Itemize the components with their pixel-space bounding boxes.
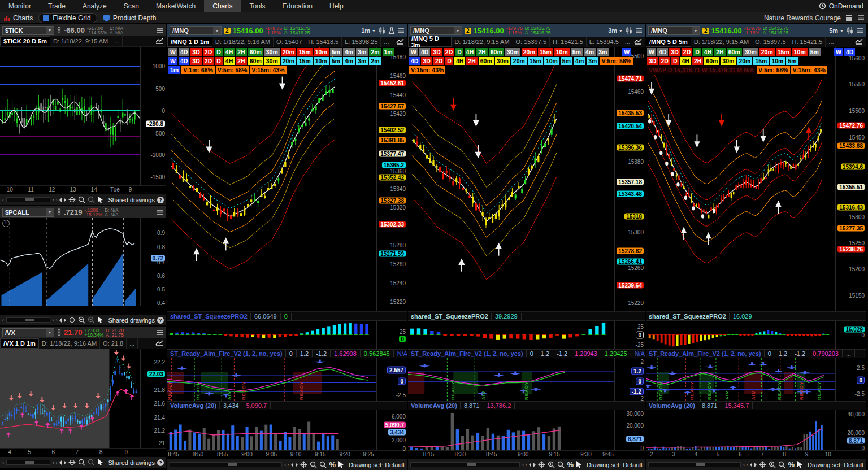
zoom-in-icon[interactable]	[310, 461, 317, 468]
menu-item-scan[interactable]: Scan	[115, 0, 147, 12]
timeframe-chip[interactable]: 60m	[727, 48, 742, 56]
scroll-arrows[interactable]: ‹ ›	[53, 317, 58, 323]
drawing-set-label[interactable]: Drawing set: Default	[346, 462, 405, 468]
zoom-out-icon[interactable]	[319, 461, 327, 468]
timeframe-chip[interactable]: D	[215, 57, 223, 65]
percent-scale-icon[interactable]: %	[329, 460, 336, 469]
timeframe-chip[interactable]: 20m	[511, 57, 527, 65]
price-axis[interactable]: 10005000-280.8-500-1000-1500	[140, 47, 166, 185]
scrollbar[interactable]	[6, 460, 50, 465]
timeframe-chip[interactable]: 4D	[419, 48, 430, 56]
timeframe-chip[interactable]: 3D	[190, 57, 201, 65]
price-axis[interactable]: 15600155501550015472.761545015433.681539…	[835, 47, 866, 311]
crosshair-icon[interactable]	[300, 461, 307, 468]
volume-pane[interactable]: 6,0005,090.73,4342,0000	[167, 410, 407, 451]
timeframe-chip[interactable]: 2H	[692, 57, 703, 65]
pan-icon[interactable]	[59, 460, 66, 465]
price-axis[interactable]: 154801546015452.611544015427.57154201540…	[376, 47, 407, 311]
squeeze-pane[interactable]: 16.0290	[646, 321, 866, 349]
scroll-arrows[interactable]: ‹ ›	[522, 462, 527, 468]
crosshair-icon[interactable]	[759, 461, 766, 468]
timeframe-chip[interactable]: 2H	[236, 48, 246, 56]
timeframe-chip[interactable]: W	[647, 48, 656, 56]
mini-plot-pane[interactable]: 0.90.80.720.70.60.50.4 !	[0, 218, 166, 306]
timeframe-chip[interactable]: 3D	[431, 48, 442, 56]
shared-drawings-label[interactable]: Shared drawings	[106, 459, 155, 466]
timeframe-chip[interactable]: 10m	[770, 57, 785, 65]
scroll-arrows[interactable]: ‹ ›	[743, 462, 748, 468]
timeframe-chip[interactable]: 2D	[203, 57, 214, 65]
chart-menu-icon[interactable]	[397, 28, 405, 34]
scrollbar[interactable]	[170, 462, 282, 467]
linked-group-badge[interactable]: 2	[224, 28, 231, 34]
timeframe-chip[interactable]: 4H	[224, 57, 235, 65]
timeframe-chip[interactable]: 5m	[330, 57, 342, 65]
volume-canvas[interactable]	[408, 410, 614, 450]
timeframe-chip[interactable]: 15m	[297, 57, 313, 65]
timeframe-chip[interactable]: 20m	[281, 57, 296, 65]
crosshair-icon[interactable]	[538, 461, 545, 468]
panel-menu[interactable]	[157, 27, 164, 33]
timeframe-chip[interactable]: 4D	[179, 48, 189, 56]
timeframe-chip[interactable]: V:1m: 68%	[181, 66, 215, 74]
chart-style-icon[interactable]	[633, 38, 645, 46]
indicator-name[interactable]: shared_ST_SqueezePRO2	[408, 313, 492, 320]
timeframe-chip[interactable]: V:5m: 58%	[757, 66, 790, 74]
menu-item-monitor[interactable]: Monitor	[0, 0, 40, 12]
squeeze-canvas[interactable]	[167, 321, 376, 349]
drawing-set-label[interactable]: Drawing set: Default	[584, 462, 643, 468]
raf-pane[interactable]: 21.20-1.2-2 READYAIMREADY	[408, 358, 645, 401]
scrollbar[interactable]	[6, 317, 50, 323]
chart-style-icon[interactable]	[155, 340, 166, 347]
timeframe-chip[interactable]: 5m	[786, 57, 798, 65]
crosshair-icon[interactable]	[68, 459, 76, 466]
scrollbar[interactable]	[648, 462, 741, 467]
timeframe-chip[interactable]: 60m	[704, 57, 719, 65]
timeframe-chip[interactable]: 2D	[682, 48, 692, 56]
timeframe-chip[interactable]: 2m	[369, 57, 381, 65]
indicator-name[interactable]: VolumeAvg (20)	[408, 402, 461, 409]
timeframe-chip[interactable]: 10m	[314, 57, 329, 65]
timeframe-chip[interactable]: W	[168, 48, 177, 56]
zoom-out-icon[interactable]	[88, 459, 95, 466]
timeframe-chip[interactable]: 3D	[190, 48, 201, 56]
zoom-in-icon[interactable]	[78, 196, 85, 203]
price-chart-canvas[interactable]	[646, 47, 835, 311]
pan-icon[interactable]	[529, 462, 536, 468]
cursor-icon[interactable]	[797, 461, 803, 468]
timeframe-chip[interactable]: W	[168, 57, 177, 65]
zoom-in-icon[interactable]	[78, 316, 85, 324]
menu-item-analyze[interactable]: Analyze	[74, 0, 115, 12]
raf-canvas[interactable]	[408, 358, 614, 401]
percent-scale-icon[interactable]: %	[788, 460, 795, 469]
indicator-name[interactable]: ST_Ready_Aim_Fire_V2 (1, 2, no, yes)	[646, 350, 765, 357]
squeeze-canvas[interactable]	[408, 321, 614, 349]
panel-menu[interactable]	[157, 329, 164, 336]
squeeze-pane[interactable]: 250-25	[408, 321, 645, 349]
timeframe-select[interactable]: 1m▼	[361, 27, 376, 34]
indicator-name[interactable]: VolumeAvg (20)	[646, 402, 698, 409]
timeframe-chip[interactable]: W	[622, 48, 631, 56]
price-pane[interactable]: W4D3D2DD4H2H60m30m20m15m10m5m4m3m2m1mW4D…	[167, 47, 407, 312]
scroll-arrows[interactable]: ‹ ›	[53, 197, 58, 203]
chart-style-icon[interactable]	[854, 38, 866, 46]
chart-type-icon[interactable]	[378, 27, 386, 34]
indicator-name[interactable]: ST_Ready_Aim_Fire_V2 (1, 2, no, yes)	[408, 350, 527, 357]
timeframe-chip[interactable]: 4H	[680, 57, 691, 65]
timeframe-chip[interactable]: 5m	[330, 48, 342, 56]
crosshair-icon[interactable]	[68, 196, 76, 203]
timeframe-chip[interactable]: V:15m: 43%	[791, 66, 827, 74]
help-icon[interactable]: ?	[157, 459, 164, 466]
volume-pane[interactable]: 40,00020,0008,8710	[646, 410, 866, 451]
timeframe-chip[interactable]: 3m	[356, 48, 368, 56]
symbol-select[interactable]: $TICK▼	[2, 26, 54, 35]
timeframe-chip[interactable]: 15m	[776, 48, 791, 56]
menu-item-education[interactable]: Education	[274, 0, 321, 12]
drawing-set-label[interactable]: Drawing set: Default	[805, 462, 863, 468]
indicator-name[interactable]: shared_ST_SqueezePRO2	[646, 313, 730, 320]
price-axis[interactable]: 0.90.80.720.70.60.50.4	[140, 218, 166, 306]
timeframe-chip[interactable]: 60m	[248, 48, 263, 56]
pan-icon[interactable]	[59, 317, 66, 323]
volume-canvas[interactable]	[646, 410, 835, 450]
timeframe-chip[interactable]: 15m	[753, 57, 769, 65]
